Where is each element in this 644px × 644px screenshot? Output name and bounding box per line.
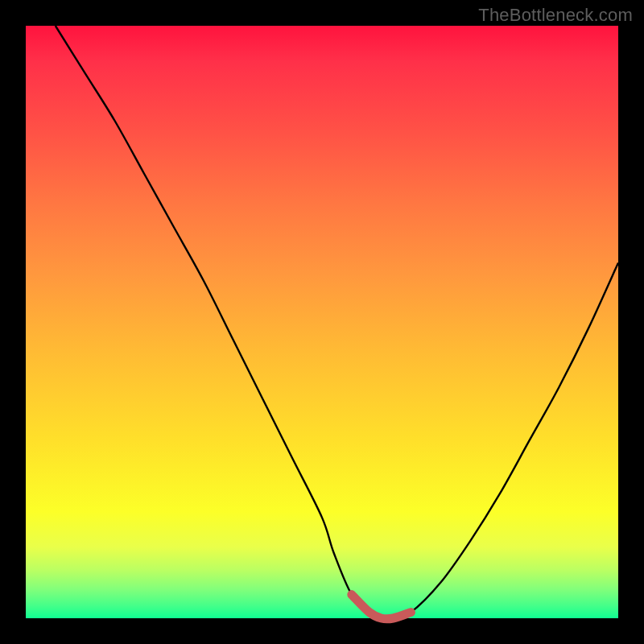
gradient-plot-area [26, 26, 618, 618]
watermark-text: TheBottleneck.com [478, 5, 633, 26]
highlight-segment [352, 595, 411, 619]
bottleneck-curve-svg [26, 26, 618, 618]
curve-path [56, 26, 618, 619]
chart-frame: TheBottleneck.com [0, 0, 644, 644]
